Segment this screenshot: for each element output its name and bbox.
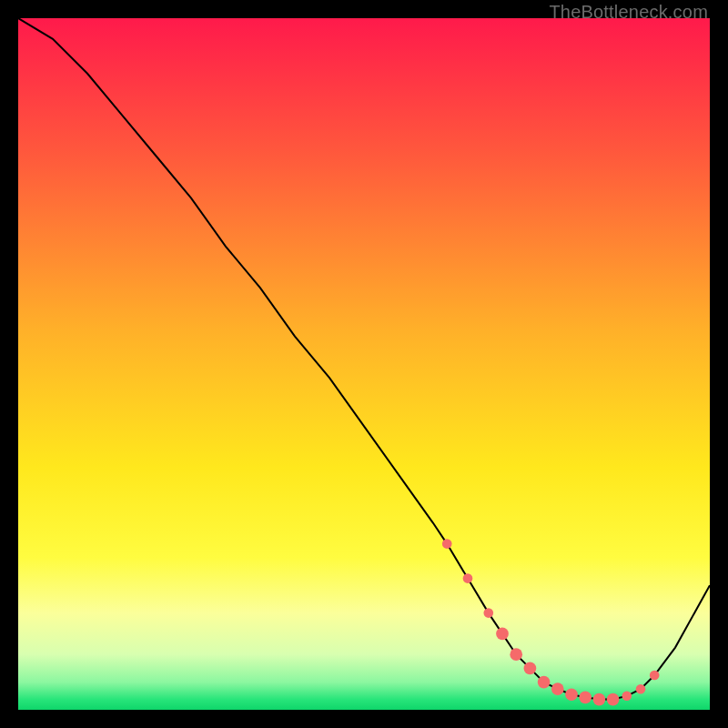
curve-marker: [636, 684, 646, 694]
curve-marker: [650, 671, 660, 681]
curve-marker: [496, 628, 509, 641]
bottleneck-curve: [18, 18, 710, 710]
curve-marker: [593, 693, 606, 706]
curve-marker: [510, 648, 522, 661]
curve-marker: [579, 691, 592, 703]
curve-marker: [565, 688, 578, 701]
curve-marker: [607, 693, 620, 706]
curve-marker: [442, 539, 452, 549]
curve-marker: [483, 608, 493, 618]
curve-markers: [442, 539, 660, 705]
curve-marker: [463, 573, 473, 583]
curve-marker: [538, 676, 551, 689]
chart-frame: TheBottleneck.com: [0, 0, 728, 728]
watermark-text: TheBottleneck.com: [549, 2, 708, 23]
curve-path: [18, 18, 710, 700]
plot-area: [18, 18, 710, 710]
curve-marker: [524, 662, 537, 675]
curve-marker: [622, 691, 632, 701]
curve-marker: [551, 682, 564, 695]
